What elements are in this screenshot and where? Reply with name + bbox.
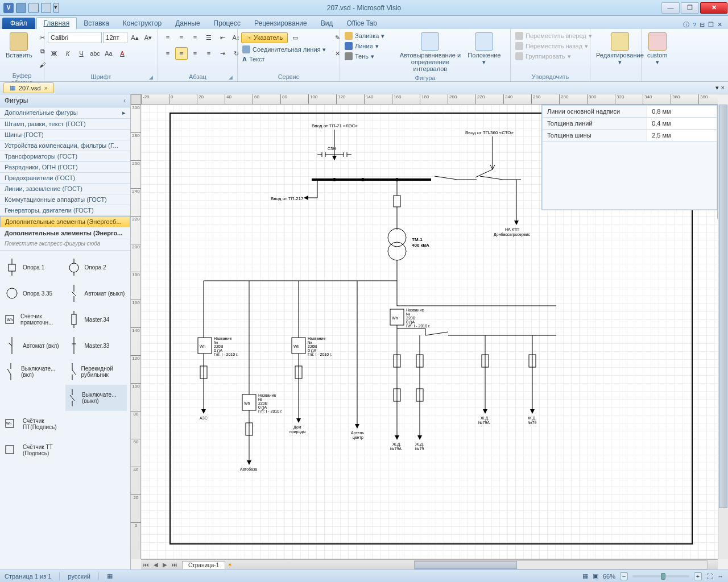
new-page-icon[interactable]: ✶ [225, 562, 234, 568]
page-last-icon[interactable]: ⏭ [169, 562, 180, 568]
page-prev-icon[interactable]: ◀ [151, 562, 160, 568]
stencil-item[interactable]: Трансформаторы (ГОСТ) [0, 151, 130, 162]
editing-button[interactable]: Редактирование▾ [594, 31, 646, 66]
tab-design[interactable]: Конструктор [116, 18, 168, 29]
tab-home[interactable]: Главная [36, 17, 77, 29]
paste-button[interactable]: Вставить [3, 31, 35, 60]
shape-item[interactable]: Master.34 [65, 306, 127, 332]
qat-redo-icon[interactable] [41, 3, 51, 13]
align-bot-icon[interactable]: ≡ [189, 31, 201, 44]
align-top-icon[interactable]: ≡ [162, 31, 174, 44]
document-tab[interactable]: ▦ 207.vsd × [3, 82, 54, 93]
status-language[interactable]: русский [68, 573, 90, 580]
shape-item[interactable]: Опора 3.35 [3, 280, 65, 306]
grow-font-icon[interactable]: A▴ [129, 31, 140, 44]
mdi-close-icon[interactable]: ✕ [717, 21, 722, 28]
zoom-out-button[interactable]: − [620, 572, 628, 580]
data-row-value[interactable]: 2,5 мм [647, 130, 717, 142]
tab-process[interactable]: Процесс [207, 18, 247, 29]
stencil-item[interactable]: Штамп, рамки, текст (ГОСТ) [0, 119, 130, 130]
document-tab-close-icon[interactable]: × [44, 85, 48, 92]
qat-save-icon[interactable] [16, 3, 26, 13]
pointer-tool[interactable]: ☞ Указатель [241, 32, 288, 43]
more-shapes[interactable]: Дополнительные фигуры ▸ [0, 107, 130, 119]
tab-insert[interactable]: Вставка [77, 18, 116, 29]
tabbar-close-icon[interactable]: × [721, 84, 725, 92]
tab-view[interactable]: Вид [314, 18, 340, 29]
strike-button[interactable]: abc [89, 47, 101, 60]
drawing-area[interactable]: -200204060801001201401601802002202402602… [131, 94, 728, 569]
shapes-panel-header[interactable]: Фигуры‹ [0, 94, 130, 107]
tabbar-dropdown-icon[interactable]: ▾ [715, 84, 719, 92]
shadow-button[interactable]: Тень ▾ [344, 52, 386, 61]
shape-item[interactable]: Выключате... (выкл) [65, 385, 127, 411]
shape-item[interactable]: Опора 1 [3, 254, 65, 280]
underline-button[interactable]: Ч [75, 47, 88, 60]
view-full-icon[interactable]: ▣ [593, 572, 598, 580]
shape-item[interactable]: Счётчик ТТ (Подпись) [3, 437, 65, 463]
font-name-select[interactable]: Calibri [48, 32, 102, 43]
shape-item[interactable]: Автомат (выкл) [65, 280, 127, 306]
close-button[interactable]: ✕ [700, 2, 727, 14]
qat-undo-icon[interactable] [28, 3, 39, 13]
position-button[interactable]: Положение▾ [465, 31, 503, 66]
shape-data-panel[interactable]: Линии основной надписи0,8 мм Толщина лин… [541, 105, 718, 210]
shape-item[interactable]: WhСчётчик ПТ(Подпись) [3, 411, 65, 437]
help-icon[interactable]: ? [693, 22, 696, 28]
autoalign-button[interactable]: Автовыравнивание и определение интервало… [396, 31, 464, 73]
status-zoom[interactable]: 66% [603, 573, 615, 580]
stencil-item[interactable]: Разрядники, ОПН (ГОСТ) [0, 162, 130, 173]
page-tab[interactable]: Страница-1 [182, 561, 225, 569]
shape-item[interactable]: Выключате... (вкл) [3, 359, 65, 385]
align-right-icon[interactable]: ≡ [189, 47, 201, 60]
stencil-item-active[interactable]: Дополнительные элементы (Энергосб... [0, 216, 130, 227]
zoom-slider[interactable] [632, 575, 689, 577]
shape-item[interactable]: Master.33 [65, 332, 127, 359]
align-just-icon[interactable]: ≡ [202, 47, 215, 60]
stencil-item[interactable]: Шины (ГОСТ) [0, 130, 130, 140]
horizontal-scrollbar[interactable] [414, 560, 708, 569]
minimize-button[interactable]: — [661, 2, 680, 14]
tab-officetab[interactable]: Office Tab [340, 18, 384, 29]
vertical-scrollbar[interactable] [718, 105, 728, 559]
qat-customize-icon[interactable]: ▾ [53, 3, 59, 13]
stencil-item[interactable]: Коммутационные аппараты (ГОСТ) [0, 194, 130, 205]
rect-tool-icon[interactable]: ▭ [289, 31, 301, 44]
bullets-icon[interactable]: ☰ [202, 31, 215, 44]
page-next-icon[interactable]: ▶ [160, 562, 169, 568]
page-first-icon[interactable]: ⏮ [141, 562, 151, 568]
align-mid-icon[interactable]: ≡ [175, 31, 188, 44]
shrink-font-icon[interactable]: A▾ [142, 31, 154, 44]
italic-button[interactable]: К [61, 47, 74, 60]
fit-page-icon[interactable]: ⛶ [706, 573, 713, 580]
data-row-value[interactable]: 0,4 мм [647, 118, 717, 130]
case-button[interactable]: Aa [102, 47, 115, 60]
canvas[interactable]: Ввод от ТП-71 «ЛЭС» СЗН Ввод от ТП-360 «… [141, 105, 718, 559]
custom-button[interactable]: custom▾ [645, 31, 669, 66]
font-color-button[interactable]: A [116, 47, 129, 60]
line-button[interactable]: Линия ▾ [344, 41, 386, 51]
ribbon-minimize-icon[interactable]: ⓘ [683, 20, 689, 29]
shape-item[interactable]: WhСчётчик прямоточн... [3, 306, 65, 332]
app-icon[interactable]: V [3, 3, 14, 13]
text-tool[interactable]: A Текст [241, 55, 327, 63]
stencil-item[interactable]: Предохранители (ГОСТ) [0, 173, 130, 184]
switch-window-icon[interactable]: ↔ [717, 573, 723, 580]
shape-item[interactable]: Опора 2 [65, 254, 127, 280]
tab-data[interactable]: Данные [168, 18, 206, 29]
mdi-restore-icon[interactable]: ❐ [708, 21, 714, 28]
fill-button[interactable]: Заливка ▾ [344, 31, 386, 40]
bold-button[interactable]: Ж [48, 47, 60, 60]
stencil-item[interactable]: Устройства компенсации, фильтры (Г... [0, 140, 130, 151]
shape-item[interactable]: Автомат (вкл) [3, 332, 65, 359]
view-normal-icon[interactable]: ▦ [582, 572, 588, 580]
tab-review[interactable]: Рецензирование [247, 18, 314, 29]
indent-inc-icon[interactable]: ⇥ [216, 47, 229, 60]
options-icon[interactable]: ⊟ [700, 21, 705, 28]
shape-item[interactable]: Перекидной рубильник [65, 359, 127, 385]
stencil-item[interactable]: Генераторы, двигатели (ГОСТ) [0, 205, 130, 216]
file-tab[interactable]: Файл [2, 18, 35, 29]
align-left-icon[interactable]: ≡ [162, 47, 174, 60]
font-size-select[interactable]: 12пт [103, 32, 127, 43]
maximize-button[interactable]: ❐ [681, 2, 699, 14]
